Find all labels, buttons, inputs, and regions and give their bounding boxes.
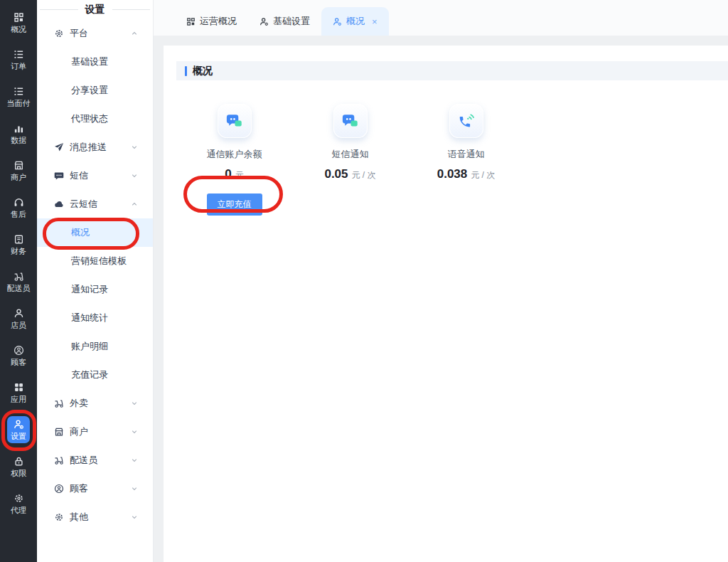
sidebar-item-couriers[interactable]: 配送员 — [0, 263, 37, 300]
stat-number: 0.038 — [437, 167, 468, 181]
menu-item-notification-stats[interactable]: 通知统计 — [37, 304, 153, 332]
chevron-down-icon[interactable] — [130, 513, 139, 521]
sidebar-item-overview[interactable]: 概况 — [0, 4, 37, 41]
face-pay-icon — [14, 86, 24, 97]
sidebar-item-apps[interactable]: 应用 — [0, 374, 37, 411]
chevron-up-icon[interactable] — [130, 200, 139, 208]
menu-item-basic-settings[interactable]: 基础设置 — [37, 48, 153, 76]
stat-balance: 通信账户余额 0 元 立即充值 — [176, 104, 292, 216]
menu-item-recharge-records[interactable]: 充值记录 — [37, 361, 153, 389]
gear-icon — [54, 28, 64, 38]
divider — [112, 9, 151, 10]
order-list-icon — [14, 49, 24, 60]
send-icon — [54, 142, 64, 152]
sms-bubble-icon — [333, 104, 368, 138]
apps-icon — [14, 382, 24, 393]
stat-unit: 元 — [235, 169, 244, 181]
sidebar-item-after-sales[interactable]: 售后 — [0, 189, 37, 226]
menu-group-customer[interactable]: 顾客 — [37, 474, 153, 503]
scooter-icon — [54, 398, 64, 408]
section-header: 概况 — [176, 61, 728, 80]
user-gear-icon — [259, 17, 269, 26]
cloud-icon — [54, 199, 64, 209]
settings-sidebar: 设置 平台 基础设置 分享设置 代理状态 消息推送 短信 云短信 概况 营销短信… — [37, 0, 154, 562]
chevron-down-icon[interactable] — [130, 428, 139, 436]
stats-row: 通信账户余额 0 元 立即充值 短信通知 0.05 元 / 次 — [164, 104, 728, 216]
chevron-down-icon[interactable] — [130, 456, 139, 465]
menu-group-merchant[interactable]: 商户 — [37, 418, 153, 446]
sidebar-item-clerks[interactable]: 店员 — [0, 300, 37, 337]
divider — [40, 9, 78, 10]
close-icon[interactable]: × — [372, 16, 378, 27]
content-card: 概况 通信账户余额 0 元 立即充值 短信通知 0.05 — [164, 46, 728, 562]
stat-label: 通信账户余额 — [207, 148, 262, 161]
menu-group-other[interactable]: 其他 — [37, 503, 153, 531]
chevron-down-icon[interactable] — [130, 143, 139, 152]
menu-item-notification-records[interactable]: 通知记录 — [37, 275, 153, 304]
store-icon — [14, 160, 24, 171]
menu-item-share-settings[interactable]: 分享设置 — [37, 76, 153, 105]
stat-label: 短信通知 — [332, 148, 369, 161]
sms-bubble-icon — [218, 104, 252, 138]
finance-icon — [14, 234, 24, 245]
menu-group-courier[interactable]: 配送员 — [37, 446, 153, 474]
grid-icon — [186, 17, 196, 26]
app-window: 概况 订单 当面付 数据 商户 售后 财务 配送员 店员 顾客 应用 设置 权限… — [0, 0, 728, 562]
stat-voice-notify: 语音通知 0.038 元 / 次 — [408, 104, 524, 216]
sidebar-item-customers[interactable]: 顾客 — [0, 337, 37, 374]
voice-call-icon — [449, 104, 483, 138]
menu-group-message-push[interactable]: 消息推送 — [37, 133, 153, 161]
scooter-icon — [54, 455, 64, 465]
chevron-up-icon[interactable] — [130, 29, 139, 38]
stat-unit: 元 / 次 — [471, 169, 495, 181]
sidebar-item-settings[interactable]: 设置 — [0, 411, 37, 448]
menu-item-marketing-sms-template[interactable]: 营销短信模板 — [37, 247, 153, 275]
sidebar-item-permissions[interactable]: 权限 — [0, 448, 37, 485]
store-icon — [54, 427, 64, 437]
menu-group-cloud-sms[interactable]: 云短信 — [37, 190, 153, 218]
tab-basic-settings[interactable]: 基础设置 — [248, 7, 321, 36]
tab-bar: 运营概况 基础设置 概况 × — [154, 0, 728, 36]
customer-icon — [14, 345, 24, 356]
main-area: 运营概况 基础设置 概况 × 概况 通信账户余额 — [154, 0, 728, 562]
agent-gear-icon — [14, 493, 24, 504]
chevron-down-icon[interactable] — [130, 171, 139, 180]
sidebar-item-data[interactable]: 数据 — [0, 115, 37, 152]
menu-group-sms[interactable]: 短信 — [37, 161, 153, 190]
settings-user-icon — [14, 419, 24, 430]
chevron-down-icon[interactable] — [130, 399, 139, 408]
tab-operation-overview[interactable]: 运营概况 — [175, 7, 248, 36]
stat-number: 0 — [225, 167, 231, 181]
stat-number: 0.05 — [324, 167, 348, 181]
dashboard-icon — [14, 12, 24, 23]
menu-group-platform[interactable]: 平台 — [37, 19, 153, 48]
sidebar-item-agents[interactable]: 代理 — [0, 485, 37, 522]
menu-item-overview[interactable]: 概况 — [37, 218, 153, 247]
gear-icon — [54, 512, 64, 522]
chevron-down-icon[interactable] — [130, 484, 139, 493]
message-icon — [54, 171, 64, 181]
stat-label: 语音通知 — [448, 148, 485, 161]
stat-unit: 元 / 次 — [352, 169, 376, 181]
bar-chart-icon — [14, 123, 24, 134]
menu-item-agent-status[interactable]: 代理状态 — [37, 105, 153, 133]
recharge-button[interactable]: 立即充值 — [207, 193, 262, 216]
user-gear-icon — [333, 17, 342, 26]
sidebar-item-merchants[interactable]: 商户 — [0, 152, 37, 189]
menu-item-account-details[interactable]: 账户明细 — [37, 332, 153, 361]
stat-value: 0.038 元 / 次 — [437, 167, 496, 181]
stat-value: 0.05 元 / 次 — [324, 167, 375, 181]
primary-sidebar: 概况 订单 当面付 数据 商户 售后 财务 配送员 店员 顾客 应用 设置 权限… — [0, 0, 37, 562]
customer-icon — [54, 484, 64, 494]
section-title: 概况 — [193, 65, 213, 78]
sidebar-item-orders[interactable]: 订单 — [0, 41, 37, 78]
settings-sidebar-header: 设置 — [37, 0, 153, 19]
courier-icon — [14, 271, 24, 282]
lock-icon — [14, 456, 24, 467]
headset-icon — [14, 197, 24, 208]
tab-overview[interactable]: 概况 × — [321, 7, 389, 36]
settings-sidebar-title: 设置 — [85, 4, 105, 16]
sidebar-item-finance[interactable]: 财务 — [0, 226, 37, 263]
sidebar-item-face-pay[interactable]: 当面付 — [0, 78, 37, 115]
menu-group-takeout[interactable]: 外卖 — [37, 389, 153, 418]
